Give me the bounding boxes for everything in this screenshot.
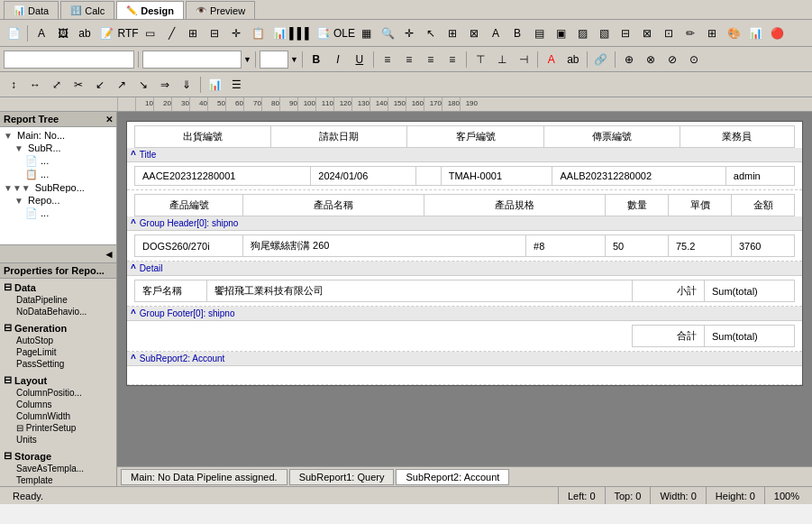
valign-top-btn[interactable]: ⊤ bbox=[470, 50, 490, 69]
row3-btn7[interactable]: ↘ bbox=[133, 75, 153, 95]
report2-btn[interactable]: 📋 bbox=[248, 23, 268, 43]
table3-btn[interactable]: ⊠ bbox=[464, 23, 484, 43]
table-btn[interactable]: ⊞ bbox=[183, 23, 203, 43]
pd-qty[interactable]: 50 bbox=[606, 235, 669, 257]
chart-btn[interactable]: 📊 bbox=[269, 23, 289, 43]
align-left-btn[interactable]: ≡ bbox=[378, 50, 397, 69]
btn-n[interactable]: 🔴 bbox=[767, 23, 787, 43]
close-panel-btn[interactable]: ✕ bbox=[105, 115, 113, 124]
pd-amount[interactable]: 3760 bbox=[732, 235, 795, 257]
row3-btn8[interactable]: ⇒ bbox=[155, 75, 175, 95]
pd-prodcode[interactable]: DOGS260/270i bbox=[135, 235, 243, 257]
detail-custname-value[interactable]: 饗招飛工業科技有限公司 bbox=[207, 280, 633, 302]
chart2-btn[interactable]: 📊 bbox=[205, 75, 224, 95]
underline-btn[interactable]: U bbox=[350, 50, 370, 69]
extra3-btn[interactable]: ⊘ bbox=[662, 50, 682, 69]
tab-data[interactable]: 📊 Data bbox=[4, 1, 59, 19]
expression-input[interactable] bbox=[4, 51, 134, 69]
qr-btn[interactable]: ▦ bbox=[356, 23, 376, 43]
italic-btn[interactable]: I bbox=[328, 50, 348, 69]
crossab-btn[interactable]: ⊟ bbox=[205, 23, 224, 43]
prop-item-columnwidth[interactable]: ColumnWidth bbox=[2, 410, 114, 422]
footer-total-value[interactable]: Sum(total) bbox=[705, 326, 795, 347]
design-area[interactable]: 出貨編號 請款日期 客戶編號 傳票編號 業務員 Title bbox=[117, 112, 812, 466]
pd-unitprice[interactable]: 75.2 bbox=[669, 235, 732, 257]
tree-area[interactable]: ▼ Main: No... ▼ SubR... 📄 ... 📋 ... bbox=[0, 127, 116, 244]
tab-design[interactable]: ✏️ Design bbox=[116, 1, 184, 19]
font-name-dropdown[interactable]: ▼ bbox=[243, 55, 251, 64]
btn-m[interactable]: 📊 bbox=[745, 23, 765, 43]
extra1-btn[interactable]: ⊕ bbox=[619, 50, 639, 69]
prop-item-saveastempl[interactable]: SaveAsTempla... bbox=[2, 463, 114, 474]
list-btn[interactable]: ☰ bbox=[226, 75, 246, 95]
bottom-tab-subreport2[interactable]: SubReport2: Account bbox=[396, 469, 509, 485]
prop-item-printersetup[interactable]: ⊟ PrinterSetup bbox=[2, 422, 114, 434]
prop-item-autostop[interactable]: AutoStop bbox=[2, 335, 114, 346]
btn-j[interactable]: ✏ bbox=[680, 23, 700, 43]
valign-bot-btn[interactable]: ⊣ bbox=[514, 50, 534, 69]
field-btn[interactable]: ab bbox=[75, 23, 95, 43]
align-right-btn[interactable]: ≡ bbox=[421, 50, 441, 69]
pd-prodname[interactable]: 狗尾螺絲割溝 260 bbox=[243, 235, 526, 257]
data-cell-date[interactable]: 2024/01/06 bbox=[311, 167, 416, 186]
memo-btn[interactable]: 📝 bbox=[96, 23, 116, 43]
valign-mid-btn[interactable]: ⊥ bbox=[492, 50, 512, 69]
tree-item-subr[interactable]: ▼ SubR... bbox=[13, 142, 114, 154]
prop-item-columnpos[interactable]: ColumnPositio... bbox=[2, 387, 114, 399]
tree-item-repo[interactable]: ▼ Repo... bbox=[13, 194, 114, 207]
link-btn[interactable]: 🔗 bbox=[591, 50, 611, 69]
table2-btn[interactable]: ⊞ bbox=[442, 23, 462, 43]
bold-btn[interactable]: B bbox=[306, 50, 326, 69]
highlight-btn[interactable]: ab bbox=[563, 50, 583, 69]
tree-item-main[interactable]: ▼ Main: No... bbox=[2, 129, 114, 142]
btn-b[interactable]: B bbox=[507, 23, 527, 43]
cross-btn[interactable]: ✛ bbox=[226, 23, 246, 43]
font-color-btn[interactable]: A bbox=[542, 50, 561, 69]
data-cell-shipno[interactable]: AACE202312280001 bbox=[135, 167, 311, 186]
prop-item-passsetting[interactable]: PassSetting bbox=[2, 358, 114, 370]
tree-item-sub1[interactable]: 📄 ... bbox=[23, 207, 114, 220]
row3-btn3[interactable]: ⤢ bbox=[47, 75, 67, 95]
pd-prodspec[interactable]: #8 bbox=[526, 235, 606, 257]
text-btn[interactable]: A bbox=[32, 23, 51, 43]
image-btn[interactable]: 🖼 bbox=[53, 23, 73, 43]
select-btn[interactable]: ↖ bbox=[421, 23, 441, 43]
tree-item-subrepo[interactable]: ▼▼▼ SubRepo... bbox=[2, 181, 114, 194]
move-btn[interactable]: ✛ bbox=[399, 23, 419, 43]
tree-item-inner1[interactable]: 📄 ... bbox=[23, 154, 114, 168]
row3-btn4[interactable]: ✂ bbox=[68, 75, 88, 95]
prop-item-pagelimit[interactable]: PageLimit bbox=[2, 346, 114, 358]
barcode-btn[interactable]: ▌▌▌ bbox=[291, 23, 311, 43]
shape-btn[interactable]: ▭ bbox=[140, 23, 160, 43]
new-btn[interactable]: 📄 bbox=[4, 23, 23, 43]
prop-expand-generation[interactable]: ⊟ Generation bbox=[2, 321, 114, 335]
zoom-btn[interactable]: 🔍 bbox=[378, 23, 397, 43]
bottom-tab-main[interactable]: Main: No Data Pipeline assigned. bbox=[121, 469, 287, 485]
prop-item-columns[interactable]: Columns bbox=[2, 399, 114, 410]
nav-left-btn[interactable]: ◄ bbox=[104, 248, 114, 261]
richtext-btn[interactable]: RTF bbox=[118, 23, 138, 43]
prop-item-nodatabehavio[interactable]: NoDataBehavio... bbox=[2, 306, 114, 317]
tree-item-inner2[interactable]: 📋 ... bbox=[23, 168, 114, 181]
prop-expand-data[interactable]: ⊟ Data bbox=[2, 280, 114, 294]
prop-expand-layout[interactable]: ⊟ Layout bbox=[2, 373, 114, 387]
data-cell-admin[interactable]: admin bbox=[725, 167, 794, 186]
row3-btn9[interactable]: ⇓ bbox=[177, 75, 196, 95]
row3-btn6[interactable]: ↗ bbox=[112, 75, 132, 95]
line-btn[interactable]: ╱ bbox=[161, 23, 181, 43]
row3-btn5[interactable]: ↙ bbox=[90, 75, 110, 95]
row3-btn1[interactable]: ↕ bbox=[4, 75, 23, 95]
row3-btn2[interactable]: ↔ bbox=[25, 75, 45, 95]
data-cell-invoiceno[interactable]: TMAH-0001 bbox=[441, 167, 552, 186]
data-cell-invno2[interactable]: AALB202312280002 bbox=[552, 167, 725, 186]
btn-i[interactable]: ⊡ bbox=[659, 23, 679, 43]
align-center-btn[interactable]: ≡ bbox=[399, 50, 419, 69]
ole-btn[interactable]: OLE bbox=[334, 23, 354, 43]
tab-calc[interactable]: 🔢 Calc bbox=[60, 1, 114, 19]
extra4-btn[interactable]: ⊙ bbox=[684, 50, 704, 69]
detail-subtotal-value[interactable]: Sum(total) bbox=[705, 280, 795, 302]
prop-item-datapipeline[interactable]: DataPipeline bbox=[2, 294, 114, 306]
btn-f[interactable]: ▧ bbox=[594, 23, 614, 43]
btn-a[interactable]: A bbox=[486, 23, 506, 43]
prop-item-units[interactable]: Units bbox=[2, 434, 114, 446]
